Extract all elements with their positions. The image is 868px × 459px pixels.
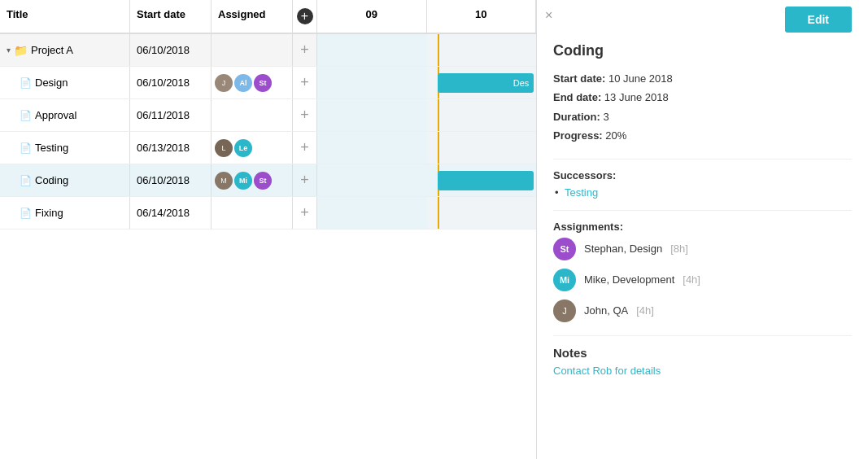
table-row: 📄 Testing 06/13/2018 L Le + bbox=[0, 132, 536, 164]
file-icon: 📄 bbox=[20, 175, 32, 186]
assignment-hours: [8h] bbox=[670, 243, 688, 255]
successor-list: Testing bbox=[553, 186, 852, 199]
row-title-project-a: ▾ 📁 Project A bbox=[0, 34, 130, 66]
row-startdate-coding: 06/10/2018 bbox=[130, 164, 212, 196]
row-title-approval: 📄 Approval bbox=[0, 99, 130, 131]
duration-label: Duration: bbox=[553, 111, 600, 123]
chevron-down-icon: ▾ bbox=[7, 46, 11, 55]
detail-progress: Progress: 20% bbox=[553, 126, 852, 145]
gantt-bar-design: Des bbox=[438, 73, 534, 93]
progress-label: Progress: bbox=[553, 129, 603, 142]
col-add-header: + bbox=[293, 0, 317, 33]
gantt-body: ▾ 📁 Project A 06/10/2018 + 📄 Design bbox=[0, 34, 536, 459]
avatar: Le bbox=[234, 139, 252, 157]
row-gantt-coding bbox=[317, 164, 536, 196]
row-startdate-approval: 06/11/2018 bbox=[130, 99, 212, 131]
divider bbox=[553, 210, 852, 211]
startdate-label: Start date bbox=[137, 8, 185, 20]
table-row: 📄 Fixing 06/14/2018 + bbox=[0, 197, 536, 230]
row-title-label: Design bbox=[35, 76, 68, 89]
row-title-label: Approval bbox=[35, 109, 76, 121]
assignment-item: J John, QA [4h] bbox=[553, 299, 852, 322]
timeline-header: 09 10 bbox=[317, 0, 536, 33]
gantt-header: Title Start date Assigned + 09 10 bbox=[0, 0, 536, 34]
row-title-label: Project A bbox=[31, 44, 73, 56]
row-assigned-coding: M Mi St bbox=[212, 164, 293, 196]
notes-section: Notes Contact Rob for details bbox=[553, 346, 852, 377]
notes-title: Notes bbox=[553, 346, 852, 360]
detail-info: Start date: 10 June 2018 End date: 13 Ju… bbox=[553, 69, 852, 146]
add-task-button[interactable]: + bbox=[300, 172, 309, 189]
start-date-label: Start date: bbox=[553, 72, 605, 85]
assignment-name: Stephan, Design bbox=[584, 243, 662, 255]
file-icon: 📄 bbox=[20, 142, 32, 154]
avatar: Mi bbox=[553, 269, 576, 291]
timeline-period-10: 10 bbox=[427, 0, 537, 33]
detail-title: Coding bbox=[553, 42, 852, 59]
row-gantt-fixing bbox=[317, 197, 536, 229]
row-assigned-approval bbox=[212, 99, 293, 131]
assignments-label: Assignments: bbox=[553, 221, 852, 233]
assignment-item: Mi Mike, Development [4h] bbox=[553, 269, 852, 291]
row-gantt-approval bbox=[317, 99, 536, 131]
row-assigned-fixing bbox=[212, 197, 293, 229]
detail-start-date: Start date: 10 June 2018 bbox=[553, 69, 852, 88]
detail-duration: Duration: 3 bbox=[553, 107, 852, 126]
row-add-design: + bbox=[293, 67, 317, 98]
add-task-button[interactable]: + bbox=[300, 204, 309, 221]
notes-text: Contact Rob for details bbox=[553, 365, 661, 377]
folder-icon: 📁 bbox=[14, 44, 28, 57]
row-gantt-testing bbox=[317, 132, 536, 164]
divider bbox=[553, 335, 852, 336]
avatar: Al bbox=[234, 74, 252, 92]
avatar: St bbox=[254, 74, 272, 92]
end-date-value: 13 June 2018 bbox=[604, 91, 669, 103]
add-task-button[interactable]: + bbox=[300, 139, 309, 156]
assignments-section: Assignments: St Stephan, Design [8h] Mi … bbox=[553, 221, 852, 322]
add-column-button[interactable]: + bbox=[297, 8, 313, 24]
row-assigned-project-a bbox=[212, 34, 293, 66]
row-gantt-design: Des bbox=[317, 67, 536, 98]
row-title-coding: 📄 Coding bbox=[0, 164, 130, 196]
edit-button[interactable]: Edit bbox=[785, 7, 852, 33]
col-assigned-header: Assigned bbox=[212, 0, 293, 33]
file-icon: 📄 bbox=[20, 208, 32, 219]
add-task-button[interactable]: + bbox=[300, 107, 309, 124]
end-date-label: End date: bbox=[553, 91, 601, 103]
row-title-label: Coding bbox=[35, 174, 68, 186]
table-row: 📄 Coding 06/10/2018 M Mi St + bbox=[0, 164, 536, 197]
table-row: 📄 Design 06/10/2018 J Al St + Des bbox=[0, 67, 536, 99]
timeline-period-09: 09 bbox=[317, 0, 427, 33]
close-icon[interactable]: × bbox=[545, 8, 552, 23]
detail-end-date: End date: 13 June 2018 bbox=[553, 88, 852, 107]
avatar: J bbox=[553, 299, 576, 322]
assignment-name: John, QA bbox=[584, 304, 628, 317]
row-assigned-design: J Al St bbox=[212, 67, 293, 98]
avatar: M bbox=[215, 172, 233, 190]
add-task-button[interactable]: + bbox=[300, 74, 309, 91]
file-icon: 📄 bbox=[20, 110, 32, 121]
successors-label: Successors: bbox=[553, 169, 852, 181]
assignment-hours: [4h] bbox=[683, 273, 700, 286]
row-startdate-testing: 06/13/2018 bbox=[130, 132, 212, 164]
row-add-testing: + bbox=[293, 132, 317, 164]
start-date-value: 10 June 2018 bbox=[608, 72, 673, 85]
progress-value: 20% bbox=[605, 129, 626, 142]
file-icon: 📄 bbox=[20, 77, 32, 89]
avatar: St bbox=[553, 238, 576, 260]
divider bbox=[553, 159, 852, 160]
row-gantt-project-a bbox=[317, 34, 536, 66]
duration-value: 3 bbox=[603, 111, 608, 123]
gantt-panel: Title Start date Assigned + 09 10 ▾ 📁 Pr… bbox=[0, 0, 537, 459]
add-task-button[interactable]: + bbox=[300, 42, 309, 59]
row-title-label: Testing bbox=[35, 142, 68, 154]
table-row: ▾ 📁 Project A 06/10/2018 + bbox=[0, 34, 536, 67]
row-add-coding: + bbox=[293, 164, 317, 196]
assignment-item: St Stephan, Design [8h] bbox=[553, 238, 852, 260]
avatar: L bbox=[215, 139, 233, 157]
list-item: Testing bbox=[553, 186, 852, 199]
col-startdate-header: Start date bbox=[130, 0, 212, 33]
assigned-label: Assigned bbox=[218, 8, 266, 20]
avatar: St bbox=[254, 172, 272, 190]
avatar: Mi bbox=[234, 172, 252, 190]
